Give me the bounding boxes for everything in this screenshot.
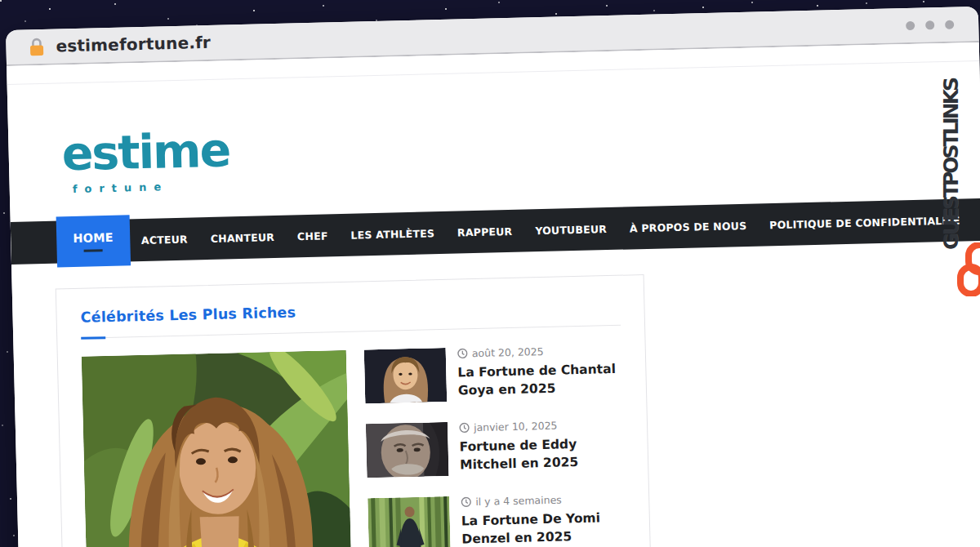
article-date-text: il y a 4 semaines (475, 494, 562, 509)
thumbnail-eddy-mitchell[interactable] (366, 422, 449, 478)
nav-item-label: HOME (73, 230, 114, 244)
featured-image-woman-yellow-blazer[interactable] (82, 350, 353, 547)
window-dot-icon[interactable] (925, 20, 934, 29)
site-logo[interactable]: estime fortune (61, 109, 980, 195)
address-bar[interactable]: estimefortune.fr (56, 33, 211, 56)
richest-celebrities-card: Célébrités Les Plus Riches (56, 274, 653, 547)
article-date-text: janvier 10, 2025 (474, 420, 558, 434)
clock-icon (461, 496, 471, 507)
article-list: août 20, 2025 La Fortune de Chantal Goya… (364, 344, 632, 547)
article-row: janvier 10, 2025 Fortune de Eddy Mitchel… (366, 418, 629, 478)
article-title-link[interactable]: La Fortune De Yomi Denzel en 2025 (461, 509, 630, 547)
main-content: Célébrités Les Plus Riches (11, 241, 980, 547)
clock-icon (457, 348, 468, 358)
section-title: Célébrités Les Plus Riches (80, 296, 620, 326)
nav-item-chanteur[interactable]: CHANTEUR (199, 230, 287, 245)
nav-item-chef[interactable]: CHEF (286, 229, 340, 243)
thumbnail-yomi-denzel[interactable] (368, 496, 451, 547)
window-control-dots[interactable] (906, 20, 954, 29)
browser-viewport: estime fortune HOME ACTEUR CHANTEUR CHEF… (7, 42, 980, 547)
article-date: août 20, 2025 (457, 344, 626, 360)
article-date: janvier 10, 2025 (459, 418, 627, 434)
article-row: août 20, 2025 La Fortune de Chantal Goya… (364, 344, 627, 404)
clock-icon (459, 422, 470, 433)
thumbnail-chantal-goya[interactable] (364, 348, 448, 403)
nav-item-a-propos[interactable]: À PROPOS DE NOUS (618, 219, 759, 234)
nav-item-home[interactable]: HOME (56, 215, 131, 267)
nav-item-rappeur[interactable]: RAPPEUR (446, 225, 524, 238)
starfield (0, 0, 2, 2)
active-underline (84, 249, 103, 252)
nav-item-youtubeur[interactable]: YOUTUBEUR (523, 222, 618, 237)
section-divider (81, 325, 621, 339)
site-header: estime fortune (7, 61, 980, 222)
article-title-link[interactable]: Fortune de Eddy Mitchell en 2025 (459, 434, 628, 475)
lock-icon (29, 37, 45, 56)
article-date-text: août 20, 2025 (472, 345, 544, 359)
article-row: il y a 4 semaines La Fortune De Yomi Den… (368, 492, 630, 547)
browser-window: estimefortune.fr estime fortune HOME ACT… (6, 7, 980, 547)
chain-link-icon (956, 242, 980, 296)
nav-item-les-athletes[interactable]: LES ATHLÈTES (339, 226, 446, 241)
nav-item-acteur[interactable]: ACTEUR (130, 233, 199, 247)
window-dot-icon[interactable] (906, 20, 915, 29)
window-dot-icon[interactable] (945, 20, 954, 29)
article-title-link[interactable]: La Fortune de Chantal Goya en 2025 (457, 360, 626, 401)
article-date: il y a 4 semaines (461, 492, 629, 509)
